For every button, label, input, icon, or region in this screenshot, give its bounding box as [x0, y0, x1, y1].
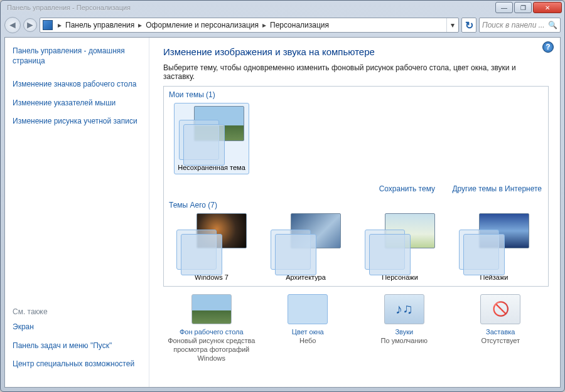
setting-value: По умолчанию — [381, 337, 428, 344]
maximize-button[interactable]: ❐ — [514, 2, 532, 13]
setting-label: Фон рабочего стола — [164, 328, 259, 336]
theme-item-unsaved[interactable]: Несохраненная тема — [174, 103, 249, 174]
breadcrumb-sep: ▸ — [136, 21, 144, 29]
settings-row: Фон рабочего стола Фоновый рисунок средс… — [163, 294, 549, 363]
aero-themes-header: Темы Aero (7) — [164, 197, 548, 211]
sidebar-home[interactable]: Панель управления - домашняя страница — [13, 46, 141, 66]
my-themes-header: Мои темы (1) — [164, 87, 548, 100]
window-title: Панель управления - Персонализация — [3, 4, 495, 11]
my-themes-row: Несохраненная тема — [164, 100, 548, 181]
breadcrumb[interactable]: Панель управления — [64, 21, 136, 29]
theme-item-windows7[interactable]: Windows 7 — [174, 213, 249, 281]
glass-preview — [179, 120, 219, 160]
refresh-button[interactable]: ↻ — [461, 18, 476, 33]
search-input[interactable]: Поиск в панели ... 🔍 — [479, 18, 561, 33]
address-bar[interactable]: ▸ Панель управления ▸ Оформление и персо… — [40, 18, 459, 33]
sidebar: Панель управления - домашняя страница Из… — [5, 38, 149, 387]
desktop-background-setting[interactable]: Фон рабочего стола Фоновый рисунок средс… — [164, 294, 259, 363]
themes-list: Мои темы (1) Несохраненная тема Сохранит… — [163, 86, 549, 287]
setting-label: Цвет окна — [261, 328, 355, 336]
theme-item-landscapes[interactable]: Пейзажи — [456, 213, 532, 281]
setting-value: Небо — [299, 337, 316, 344]
window-color-setting[interactable]: Цвет окна Небо — [261, 294, 355, 363]
breadcrumb-sep: ▸ — [55, 21, 64, 29]
theme-actions: Сохранить тему Другие темы в Интернете — [164, 181, 548, 197]
search-icon: 🔍 — [548, 21, 557, 29]
setting-label: Заставка — [453, 328, 547, 336]
more-themes-link[interactable]: Другие темы в Интернете — [452, 184, 542, 193]
breadcrumb[interactable]: Оформление и персонализация — [144, 21, 260, 29]
setting-value: Фоновый рисунок средства просмотра фотог… — [168, 337, 255, 362]
main-panel: ? Изменение изображения и звука на компь… — [149, 38, 560, 387]
screensaver-setting[interactable]: 🚫 Заставка Отсутствует — [453, 294, 547, 363]
search-placeholder: Поиск в панели ... — [482, 21, 545, 29]
window-buttons: — ❐ ✕ — [495, 2, 562, 13]
see-also-taskbar[interactable]: Панель задач и меню "Пуск" — [13, 341, 141, 351]
help-icon[interactable]: ? — [542, 41, 554, 53]
sidebar-link-icons[interactable]: Изменение значков рабочего стола — [13, 80, 141, 90]
address-dropdown[interactable]: ▾ — [446, 18, 458, 32]
sidebar-link-account-pic[interactable]: Изменение рисунка учетной записи — [13, 117, 141, 127]
breadcrumb[interactable]: Персонализация — [269, 21, 330, 29]
sound-icon: ♪♫ — [384, 294, 424, 324]
close-button[interactable]: ✕ — [533, 2, 562, 13]
page-title: Изменение изображения и звука на компьют… — [163, 46, 549, 57]
see-also: См. также Экран Панель задач и меню "Пус… — [13, 307, 141, 378]
save-theme-link[interactable]: Сохранить тему — [379, 184, 435, 193]
theme-item-characters[interactable]: Персонажи — [362, 213, 438, 281]
color-preview-icon — [288, 294, 328, 324]
theme-thumb — [179, 106, 244, 160]
back-button[interactable]: ◄ — [4, 17, 21, 33]
theme-item-architecture[interactable]: Архитектура — [268, 213, 343, 281]
setting-label: Звуки — [357, 328, 451, 336]
breadcrumb-sep: ▸ — [260, 21, 269, 29]
sounds-setting[interactable]: ♪♫ Звуки По умолчанию — [357, 294, 451, 363]
see-also-ease[interactable]: Центр специальных возможностей — [13, 359, 141, 369]
control-panel-icon — [43, 20, 53, 30]
forward-button[interactable]: ► — [23, 18, 37, 32]
see-also-display[interactable]: Экран — [13, 322, 141, 332]
page-description: Выберите тему, чтобы одновременно измени… — [163, 63, 549, 81]
setting-value: Отсутствует — [481, 337, 520, 344]
navbar: ◄ ► ▸ Панель управления ▸ Оформление и п… — [4, 14, 561, 36]
bg-preview-icon — [191, 294, 232, 324]
sidebar-link-pointers[interactable]: Изменение указателей мыши — [13, 98, 141, 109]
client-area: Панель управления - домашняя страница Из… — [4, 37, 561, 388]
titlebar[interactable]: Панель управления - Персонализация — ❐ ✕ — [1, 1, 564, 14]
aero-themes-row: Windows 7 Архитектура Персонажи Пейзажи — [164, 211, 548, 287]
minimize-button[interactable]: — — [495, 2, 513, 13]
see-also-header: См. также — [13, 307, 141, 316]
screensaver-icon: 🚫 — [480, 294, 520, 324]
window: Панель управления - Персонализация — ❐ ✕… — [0, 0, 565, 392]
